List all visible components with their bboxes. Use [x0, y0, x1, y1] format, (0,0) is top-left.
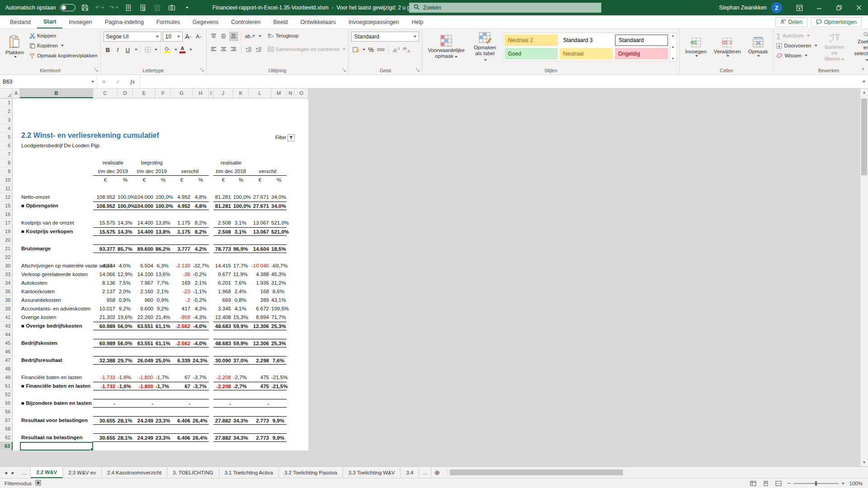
search-input[interactable]: Zoeken	[409, 3, 601, 13]
column-header-J[interactable]: J	[213, 89, 233, 98]
col-group-period[interactable]: t/m dec 2019	[93, 167, 133, 176]
clear-button[interactable]: Wissen	[776, 51, 817, 61]
cell[interactable]: 9,2%	[156, 305, 171, 313]
cell[interactable]	[13, 296, 20, 305]
unit-label[interactable]: €	[171, 176, 193, 184]
cell[interactable]: 15.575	[93, 227, 118, 236]
zoom-slider-knob[interactable]	[815, 481, 817, 486]
cell[interactable]: 8.894	[249, 313, 271, 322]
print-preview-icon[interactable]	[138, 3, 148, 13]
cell[interactable]: -2.208	[213, 382, 233, 390]
cell[interactable]: 104.000	[133, 193, 156, 202]
cell[interactable]: 34,0%	[271, 193, 287, 202]
cell[interactable]: 475	[249, 382, 271, 390]
cell[interactable]: 15,3%	[233, 313, 249, 322]
cell[interactable]: 12.408	[213, 313, 233, 322]
cell[interactable]: -1,7%	[156, 382, 171, 390]
cell[interactable]: 521,0%	[271, 227, 287, 236]
cell[interactable]: -	[213, 399, 233, 408]
insert-function-icon[interactable]: fx	[131, 78, 135, 85]
cell[interactable]: 23,3%	[156, 433, 171, 442]
cell[interactable]: -	[93, 399, 118, 408]
cell[interactable]: Loodgietersbedrijf De Looden Pijp	[20, 141, 308, 150]
format-cells-button[interactable]: Opmaak	[745, 31, 770, 63]
row-header-39[interactable]: 39	[0, 305, 13, 313]
row-header-6[interactable]: 6	[0, 141, 13, 150]
cell[interactable]	[209, 382, 213, 390]
find-select-button[interactable]: Zoeken enselecteren	[852, 31, 868, 63]
decrease-indent-icon[interactable]	[244, 45, 253, 54]
unit-label[interactable]: €	[133, 176, 156, 184]
cell[interactable]: 14,3%	[118, 219, 133, 227]
cell[interactable]	[209, 433, 213, 442]
cell[interactable]: 43,1%	[271, 296, 287, 305]
sheet-tab-3-toelichting[interactable]: 3. TOELICHTING	[167, 467, 219, 478]
cell[interactable]	[287, 279, 308, 287]
cell[interactable]: 108.952	[93, 193, 118, 202]
cell[interactable]	[287, 262, 308, 270]
cell[interactable]: -	[171, 399, 193, 408]
copy-button[interactable]: Kopiëren	[29, 41, 98, 51]
col-group-period[interactable]: t/m dec 2019	[133, 167, 171, 176]
row-header-41[interactable]: 41	[0, 313, 13, 322]
column-header-G[interactable]: G	[171, 89, 193, 98]
cell[interactable]	[209, 313, 213, 322]
cell[interactable]: 34,3%	[233, 433, 249, 442]
cell[interactable]: 24.249	[133, 416, 156, 425]
cell[interactable]: 34,0%	[271, 202, 287, 210]
zoom-slider[interactable]	[793, 483, 839, 484]
cell[interactable]: 0,9%	[156, 296, 171, 305]
cell[interactable]	[287, 219, 308, 227]
cell[interactable]: 3.345	[213, 305, 233, 313]
column-header-O[interactable]: O	[295, 89, 308, 98]
row-header-51[interactable]: 51	[0, 382, 13, 390]
cell[interactable]	[13, 356, 20, 365]
cell[interactable]: 1.968	[213, 287, 233, 296]
cell[interactable]	[13, 150, 20, 159]
cell[interactable]: 2,0%	[118, 287, 133, 296]
cell[interactable]	[209, 167, 213, 176]
cell[interactable]	[209, 270, 213, 279]
cell[interactable]: 9,2%	[118, 305, 133, 313]
cell[interactable]	[13, 99, 20, 107]
horizontal-scrollbar[interactable]	[448, 469, 860, 476]
row-header-20[interactable]: 20	[0, 236, 13, 244]
cell[interactable]	[13, 116, 20, 124]
cell[interactable]: 60.989	[93, 322, 118, 330]
format-as-table-button[interactable]: Opmakenals tabel	[471, 31, 499, 63]
cell[interactable]: -1,6%	[118, 382, 133, 390]
ribbon-tab-gegevens[interactable]: Gegevens	[186, 15, 225, 28]
cell[interactable]: 25,0%	[156, 356, 171, 365]
sheet-tab-2-3-w-v-ev[interactable]: 2.3 W&V ev	[63, 467, 102, 478]
cell[interactable]: 199,5%	[271, 305, 287, 313]
cell[interactable]	[287, 202, 308, 210]
row-header-62[interactable]: 62	[0, 433, 13, 442]
cell[interactable]	[13, 227, 20, 236]
row-header-38[interactable]: 38	[0, 296, 13, 305]
row-header-52[interactable]: 52	[0, 390, 13, 399]
cell[interactable]: 26.049	[133, 356, 156, 365]
normal-view-icon[interactable]	[749, 480, 757, 487]
cell[interactable]: 14.100	[133, 270, 156, 279]
cell[interactable]: -	[133, 399, 156, 408]
cell[interactable]	[13, 133, 20, 141]
cell[interactable]: -2.562	[171, 339, 193, 347]
autosave-toggle[interactable]	[60, 4, 75, 11]
uitlijning-dialog-launcher-icon[interactable]	[342, 68, 346, 73]
cell[interactable]: 14.400	[133, 219, 156, 227]
cell[interactable]: 24,3%	[193, 356, 209, 365]
cell[interactable]: 25,3%	[271, 322, 287, 330]
cell[interactable]	[287, 159, 308, 167]
cell[interactable]: 19,6%	[118, 313, 133, 322]
cell[interactable]	[193, 399, 209, 408]
cell[interactable]	[13, 330, 20, 339]
cell[interactable]	[287, 322, 308, 330]
row-header-10[interactable]: 10	[0, 176, 13, 184]
cell[interactable]: -1,1%	[193, 287, 209, 296]
cell[interactable]	[209, 305, 213, 313]
cell[interactable]: 13,8%	[156, 227, 171, 236]
ribbon-tab-pagina-indeling[interactable]: Pagina-indeling	[99, 15, 150, 28]
cell[interactable]	[20, 347, 308, 356]
column-header-B[interactable]: B	[20, 89, 93, 98]
row-header-4[interactable]: 4	[0, 124, 13, 133]
